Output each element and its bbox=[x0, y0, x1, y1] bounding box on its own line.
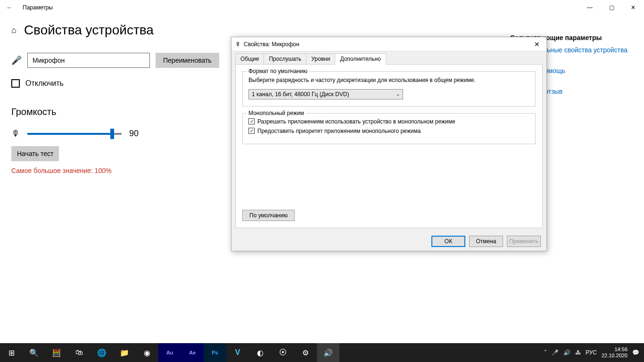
tab-advanced[interactable]: Дополнительно bbox=[335, 53, 386, 65]
clock-date: 22.10.2020 bbox=[602, 353, 627, 359]
store-icon[interactable]: 🛍 bbox=[68, 343, 91, 362]
maximize-button[interactable]: ▢ bbox=[601, 0, 622, 15]
tab-levels[interactable]: Уровни bbox=[306, 53, 335, 65]
window-title: Параметры bbox=[23, 4, 53, 11]
dialog-close-button[interactable]: ✕ bbox=[531, 41, 543, 48]
priority-exclusive-label: Предоставить приоритет приложениям моноп… bbox=[257, 128, 421, 134]
tab-general[interactable]: Общие bbox=[235, 53, 264, 65]
settings-taskbar-icon[interactable]: ⚙ bbox=[294, 343, 317, 362]
chrome-icon[interactable]: ◉ bbox=[136, 343, 158, 362]
close-button[interactable]: ✕ bbox=[622, 0, 644, 15]
microphone-icon: 🎙 bbox=[11, 129, 20, 139]
default-format-group: Формат по умолчанию Выберите разрядность… bbox=[242, 71, 536, 107]
allow-exclusive-checkbox[interactable]: ✓ bbox=[248, 118, 255, 124]
device-name-input[interactable] bbox=[27, 53, 150, 68]
volume-slider[interactable] bbox=[27, 133, 122, 135]
microphone-tray-icon[interactable]: 🎤 bbox=[552, 349, 559, 356]
volume-value: 90 bbox=[129, 129, 139, 139]
cancel-button[interactable]: Отмена bbox=[469, 236, 503, 247]
properties-dialog: 🎙 Свойства: Микрофон ✕ Общие Прослушать … bbox=[231, 37, 547, 251]
format-combobox-value: 1 канал, 16 бит, 48000 Гц (Диск DVD) bbox=[252, 91, 349, 98]
disable-label: Отключить bbox=[25, 79, 64, 88]
back-button[interactable]: ← bbox=[4, 2, 15, 13]
aftereffects-icon[interactable]: Ae bbox=[181, 343, 204, 362]
dialog-titlebar[interactable]: 🎙 Свойства: Микрофон ✕ bbox=[231, 37, 546, 51]
action-center-icon[interactable]: 💬 bbox=[632, 349, 639, 356]
microphone-icon: 🎤 bbox=[11, 55, 22, 66]
disable-checkbox[interactable] bbox=[11, 79, 20, 88]
page-title: Свойства устройства bbox=[24, 23, 154, 38]
allow-exclusive-row: ✓ Разрешить приложениям использовать уст… bbox=[248, 118, 529, 125]
settings-titlebar: ← Параметры bbox=[0, 0, 644, 15]
dialog-buttons: ОК Отмена Применить bbox=[231, 232, 546, 251]
microphone-icon: 🎙 bbox=[235, 41, 241, 48]
start-button[interactable]: ⊞ bbox=[0, 343, 23, 362]
apply-button[interactable]: Применить bbox=[507, 236, 541, 247]
allow-exclusive-label: Разрешить приложениям использовать устро… bbox=[257, 118, 455, 125]
exclusive-mode-group: Монопольный режим ✓ Разрешить приложения… bbox=[242, 113, 536, 144]
default-format-legend: Формат по умолчанию bbox=[247, 68, 309, 74]
taskbar: ⊞ 🔍 🧮 🛍 🌐 📁 ◉ Au Ae Ps V ◐ ⦿ ⚙ 🔊 ˄ 🎤 🔊 🖧… bbox=[0, 343, 644, 362]
dialog-tabs: Общие Прослушать Уровни Дополнительно bbox=[231, 51, 546, 65]
rename-button[interactable]: Переименовать bbox=[156, 53, 219, 68]
start-test-button[interactable]: Начать тест bbox=[11, 146, 59, 161]
page-header: ⌂ Свойства устройства bbox=[11, 23, 510, 38]
slider-fill bbox=[27, 133, 112, 135]
sound-taskbar-icon[interactable]: 🔊 bbox=[317, 343, 339, 362]
priority-exclusive-checkbox[interactable]: ✓ bbox=[248, 128, 255, 134]
cinema4d-icon[interactable]: ◐ bbox=[249, 343, 272, 362]
edge-icon[interactable]: 🌐 bbox=[91, 343, 113, 362]
default-format-desc: Выберите разрядность и частоту дискретиз… bbox=[248, 76, 529, 84]
exclusive-mode-legend: Монопольный режим bbox=[247, 110, 306, 116]
audition-icon[interactable]: Au bbox=[158, 343, 181, 362]
system-tray: ˄ 🎤 🔊 🖧 РУС 14:56 22.10.2020 💬 bbox=[539, 346, 644, 359]
app-icon[interactable]: V bbox=[226, 343, 249, 362]
tab-listen[interactable]: Прослушать bbox=[264, 53, 306, 65]
explorer-icon[interactable]: 📁 bbox=[113, 343, 136, 362]
search-button[interactable]: 🔍 bbox=[23, 343, 45, 362]
restore-defaults-button[interactable]: По умолчанию bbox=[242, 210, 295, 221]
slider-thumb[interactable] bbox=[110, 129, 114, 139]
tray-expand-icon[interactable]: ˄ bbox=[544, 349, 547, 356]
format-combobox[interactable]: 1 канал, 16 бит, 48000 Гц (Диск DVD) ⌄ bbox=[248, 89, 403, 99]
dialog-title: Свойства: Микрофон bbox=[244, 41, 531, 48]
network-tray-icon[interactable]: 🖧 bbox=[575, 349, 581, 356]
clock-time: 14:56 bbox=[602, 346, 627, 353]
calculator-icon[interactable]: 🧮 bbox=[45, 343, 68, 362]
priority-exclusive-row: ✓ Предоставить приоритет приложениям мон… bbox=[248, 128, 529, 134]
dialog-content: Формат по умолчанию Выберите разрядность… bbox=[235, 64, 543, 228]
home-icon[interactable]: ⌂ bbox=[11, 25, 17, 35]
obs-icon[interactable]: ⦿ bbox=[272, 343, 294, 362]
language-indicator[interactable]: РУС bbox=[586, 349, 597, 356]
chevron-down-icon: ⌄ bbox=[396, 91, 400, 97]
volume-tray-icon[interactable]: 🔊 bbox=[563, 349, 570, 356]
photoshop-icon[interactable]: Ps bbox=[204, 343, 226, 362]
minimize-button[interactable]: ― bbox=[579, 0, 601, 15]
ok-button[interactable]: ОК bbox=[431, 236, 465, 247]
window-controls: ― ▢ ✕ bbox=[579, 0, 644, 15]
clock[interactable]: 14:56 22.10.2020 bbox=[602, 346, 627, 359]
